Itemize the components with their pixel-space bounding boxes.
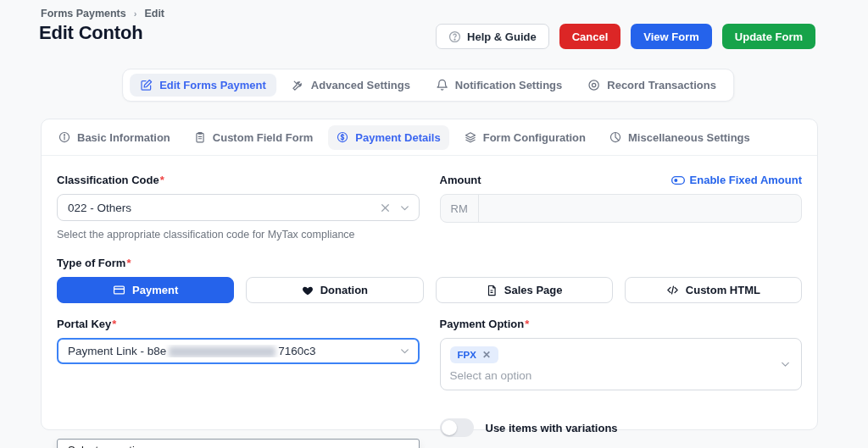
main-tab-bar: Edit Forms Payment Advanced Settings Not… <box>122 69 734 102</box>
help-guide-button[interactable]: Help & Guide <box>436 24 549 49</box>
record-icon <box>587 79 600 91</box>
portal-key-select[interactable]: Payment Link - b8e 7160c3 <box>57 338 420 364</box>
dropdown-option-select-an-option[interactable]: Select an option <box>58 440 419 448</box>
type-custom-html-button[interactable]: Custom HTML <box>625 277 802 303</box>
tab-basic-information[interactable]: Basic Information <box>50 125 179 150</box>
breadcrumb-separator-icon: › <box>134 8 137 19</box>
clipboard-icon <box>194 131 206 143</box>
classification-code-field: Classification Code* 022 - Others Select… <box>57 174 420 241</box>
currency-prefix: RM <box>441 195 479 222</box>
heart-icon <box>302 285 314 296</box>
form-card: Basic Information Custom Field Form Paym… <box>41 119 818 430</box>
classification-code-value: 022 - Others <box>68 202 380 214</box>
enable-fixed-amount-link[interactable]: Enable Fixed Amount <box>671 174 802 186</box>
tab-record-transactions[interactable]: Record Transactions <box>577 74 726 97</box>
tab-label: Basic Information <box>77 131 170 144</box>
tab-label: Edit Forms Payment <box>159 79 266 91</box>
tools-icon <box>292 79 304 91</box>
tab-edit-forms-payment[interactable]: Edit Forms Payment <box>130 74 276 97</box>
tab-custom-field-form[interactable]: Custom Field Form <box>186 125 321 150</box>
classification-code-select[interactable]: 022 - Others <box>57 194 420 221</box>
tab-label: Record Transactions <box>607 79 716 91</box>
code-icon <box>666 284 679 296</box>
payment-details-panel: Classification Code* 022 - Others Select… <box>42 156 817 437</box>
toggle-icon <box>671 175 685 185</box>
breadcrumb-item-forms-payments[interactable]: Forms Payments <box>41 8 126 19</box>
required-asterisk: * <box>160 174 164 186</box>
info-icon <box>58 131 70 143</box>
fpx-tag: FPX ✕ <box>450 346 498 363</box>
tab-advanced-settings[interactable]: Advanced Settings <box>281 74 420 97</box>
type-label: Custom HTML <box>686 284 760 296</box>
section-tab-bar: Basic Information Custom Field Form Paym… <box>42 119 817 156</box>
tab-form-configuration[interactable]: Form Configuration <box>456 125 594 150</box>
required-asterisk: * <box>525 318 529 330</box>
dollar-circle-icon <box>337 131 348 143</box>
required-asterisk: * <box>126 257 131 269</box>
payment-option-select[interactable]: FPX ✕ Select an option <box>440 338 803 390</box>
breadcrumb: Forms Payments › Edit <box>41 8 164 19</box>
header-actions: Help & Guide Cancel View Form Update For… <box>436 24 815 49</box>
required-asterisk: * <box>112 318 116 330</box>
type-payment-button[interactable]: Payment <box>57 277 234 303</box>
tab-label: Advanced Settings <box>311 79 410 91</box>
portal-key-value: Payment Link - b8e 7160c3 <box>68 345 399 357</box>
tab-notification-settings[interactable]: Notification Settings <box>426 74 572 97</box>
payment-option-field: Payment Option* FPX ✕ Select an option <box>440 318 803 437</box>
type-of-form-label: Type of Form* <box>57 257 802 269</box>
layers-icon <box>465 131 476 143</box>
chevron-down-icon[interactable] <box>399 202 410 213</box>
chevron-down-icon[interactable] <box>780 359 791 370</box>
classification-code-helper: Select the appropriate classification co… <box>57 229 420 241</box>
update-form-button[interactable]: Update Form <box>722 24 815 49</box>
tab-miscellaneous-settings[interactable]: Miscellaneous Settings <box>601 125 759 150</box>
variations-toggle-row: Use items with variations <box>440 418 803 437</box>
tab-label: Form Configuration <box>483 131 586 144</box>
redacted-text <box>169 346 275 357</box>
tab-label: Payment Details <box>355 131 440 144</box>
portal-key-field: Portal Key* Payment Link - b8e 7160c3 <box>57 318 420 437</box>
remove-tag-icon[interactable]: ✕ <box>482 350 491 360</box>
portal-key-dropdown: Select an option Bayarcash Payment Link … <box>57 439 420 448</box>
variations-toggle-label: Use items with variations <box>486 422 618 434</box>
question-circle-icon <box>448 30 461 43</box>
type-donation-button[interactable]: Donation <box>246 277 423 303</box>
type-of-form-field: Type of Form* Payment Donation <box>57 257 802 303</box>
payment-option-label: Payment Option* <box>440 318 803 330</box>
fpx-tag-label: FPX <box>458 350 476 360</box>
tab-payment-details[interactable]: Payment Details <box>328 125 448 150</box>
help-guide-label: Help & Guide <box>467 30 537 43</box>
type-label: Sales Page <box>504 284 563 296</box>
type-sales-page-button[interactable]: Sales Page <box>436 277 613 303</box>
amount-field: Amount Enable Fixed Amount RM <box>440 174 803 241</box>
payment-option-placeholder: Select an option <box>450 369 773 382</box>
tab-label: Notification Settings <box>455 79 562 91</box>
breadcrumb-item-edit[interactable]: Edit <box>144 8 164 19</box>
edit-icon <box>140 79 153 91</box>
portal-key-label: Portal Key* <box>57 318 420 330</box>
chevron-down-icon[interactable] <box>399 346 410 357</box>
sales-doc-icon <box>486 285 498 296</box>
bell-icon <box>436 79 448 91</box>
amount-input-group: RM <box>440 194 803 223</box>
tab-label: Custom Field Form <box>213 131 313 144</box>
toggle-knob <box>442 420 457 435</box>
amount-label: Amount <box>440 174 481 186</box>
tab-label: Miscellaneous Settings <box>628 131 750 144</box>
enable-fixed-amount-label: Enable Fixed Amount <box>690 174 802 186</box>
clear-icon[interactable] <box>380 202 391 213</box>
amount-input[interactable] <box>479 195 801 222</box>
card-icon <box>113 284 125 296</box>
type-label: Payment <box>132 284 178 296</box>
cancel-button[interactable]: Cancel <box>559 24 621 49</box>
misc-settings-icon <box>609 131 621 143</box>
type-label: Donation <box>320 284 368 296</box>
page-title: Edit Contoh <box>39 22 142 44</box>
variations-toggle[interactable] <box>440 418 474 437</box>
view-form-button[interactable]: View Form <box>631 24 712 49</box>
classification-code-label: Classification Code* <box>57 174 420 186</box>
